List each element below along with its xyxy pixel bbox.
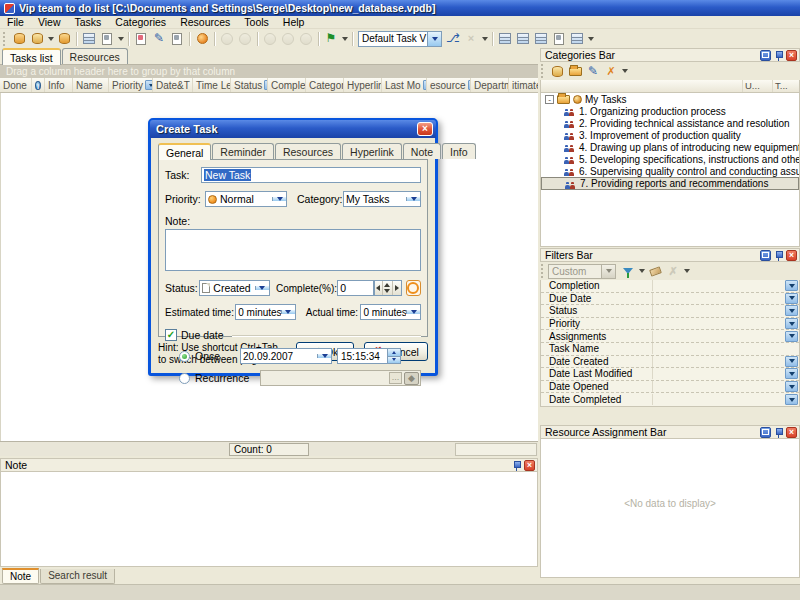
column-date[interactable]: Date&T bbox=[153, 78, 193, 92]
column-t[interactable]: T... bbox=[773, 80, 799, 92]
menu-help[interactable]: Help bbox=[276, 16, 312, 29]
filter-row-task-name[interactable]: Task Name bbox=[541, 343, 799, 356]
menu-resources[interactable]: Resources bbox=[173, 16, 237, 29]
pin-icon[interactable] bbox=[773, 250, 784, 261]
menu-tasks[interactable]: Tasks bbox=[68, 16, 109, 29]
chevron-down-icon[interactable] bbox=[785, 368, 798, 379]
menu-categories[interactable]: Categories bbox=[108, 16, 173, 29]
combo-dropdown-button[interactable] bbox=[272, 197, 286, 201]
print-dropdown[interactable] bbox=[116, 30, 125, 47]
pin-icon[interactable] bbox=[773, 50, 784, 61]
tab-resources[interactable]: Resources bbox=[62, 48, 128, 64]
menu-tools[interactable]: Tools bbox=[237, 16, 276, 29]
view-task-button[interactable] bbox=[193, 30, 211, 47]
tab-reminder[interactable]: Reminder bbox=[212, 143, 274, 159]
combo-dropdown-button[interactable] bbox=[281, 310, 295, 314]
time-spin-buttons[interactable] bbox=[387, 349, 400, 363]
once-radio[interactable] bbox=[179, 351, 190, 362]
tab-info[interactable]: Info bbox=[442, 143, 476, 159]
categories-more-dropdown[interactable] bbox=[620, 63, 629, 80]
close-icon[interactable]: × bbox=[786, 427, 797, 438]
apply-view-button[interactable]: ⎇ bbox=[444, 30, 462, 47]
close-icon[interactable]: × bbox=[524, 460, 535, 471]
category-item-5[interactable]: 5. Developing specifications, instructio… bbox=[541, 153, 799, 165]
show-note-bar-button[interactable] bbox=[550, 30, 568, 47]
minimize-icon[interactable] bbox=[760, 427, 771, 438]
filters-more-dropdown[interactable] bbox=[682, 263, 691, 280]
chevron-down-icon[interactable] bbox=[785, 394, 798, 405]
edit-category-button[interactable]: ✎ bbox=[584, 63, 602, 80]
tab-resources[interactable]: Resources bbox=[275, 143, 341, 159]
column-complete[interactable]: Complete bbox=[268, 78, 306, 92]
filter-dropdown-icon[interactable] bbox=[145, 80, 153, 90]
chevron-down-icon[interactable] bbox=[785, 305, 798, 316]
combo-dropdown-button[interactable] bbox=[406, 197, 420, 201]
category-item-4[interactable]: 4. Drawing up plans of introducing new e… bbox=[541, 141, 799, 153]
new-database-button[interactable] bbox=[28, 30, 46, 47]
due-date-combo[interactable]: 20.09.2007 bbox=[240, 348, 332, 364]
add-category-button[interactable] bbox=[548, 63, 566, 80]
complete-input[interactable]: 0 bbox=[337, 280, 374, 296]
combo-dropdown-button[interactable] bbox=[317, 354, 331, 358]
chevron-down-icon[interactable] bbox=[785, 318, 798, 329]
chevron-down-icon[interactable] bbox=[785, 331, 798, 342]
duplicate-task-button[interactable] bbox=[168, 30, 186, 47]
estimated-time-combo[interactable]: 0 minutes bbox=[235, 304, 296, 320]
column-department[interactable]: Department bbox=[471, 78, 509, 92]
filter-row-status[interactable]: Status bbox=[541, 305, 799, 318]
due-time-spinner[interactable]: 15:15:34 bbox=[337, 348, 401, 364]
actual-time-combo[interactable]: 0 minutes bbox=[360, 304, 421, 320]
new-task-button[interactable] bbox=[132, 30, 150, 47]
tab-note[interactable]: Note bbox=[403, 143, 441, 159]
column-category[interactable]: Category bbox=[306, 78, 344, 92]
task-view-combo[interactable]: Default Task V bbox=[358, 31, 442, 47]
tree-root-my-tasks[interactable]: - My Tasks bbox=[541, 93, 799, 105]
open-database-button[interactable] bbox=[10, 30, 28, 47]
apply-filter-button[interactable] bbox=[619, 263, 637, 280]
outdent-button[interactable] bbox=[279, 30, 297, 47]
chevron-down-icon[interactable] bbox=[785, 293, 798, 304]
tab-hyperlink[interactable]: Hyperlink bbox=[342, 143, 402, 159]
filter-row-date-completed[interactable]: Date Completed bbox=[541, 393, 799, 406]
column-estimated-time[interactable]: itimated Tim bbox=[509, 78, 538, 92]
clear-filter-button[interactable] bbox=[646, 263, 664, 280]
chevron-down-icon[interactable] bbox=[785, 381, 798, 392]
move-down-button[interactable] bbox=[218, 30, 236, 47]
tab-general[interactable]: General bbox=[158, 143, 211, 160]
bars-more-dropdown[interactable] bbox=[586, 30, 595, 47]
recurrence-radio[interactable] bbox=[179, 373, 190, 384]
menu-view[interactable]: View bbox=[31, 16, 68, 29]
task-view-button[interactable]: ⚑ bbox=[322, 30, 340, 47]
column-info[interactable]: Info bbox=[45, 78, 73, 92]
spin-updown[interactable] bbox=[383, 281, 393, 295]
show-resources-bar-button[interactable] bbox=[532, 30, 550, 47]
status-combo[interactable]: Created bbox=[199, 280, 270, 296]
category-item-1[interactable]: 1. Organizing production process bbox=[541, 105, 799, 117]
minimize-icon[interactable] bbox=[760, 50, 771, 61]
close-icon[interactable]: × bbox=[417, 122, 433, 136]
note-textarea[interactable] bbox=[165, 229, 421, 271]
category-item-3[interactable]: 3. Improvement of production quality bbox=[541, 129, 799, 141]
pin-icon[interactable] bbox=[511, 460, 522, 471]
combo-dropdown-button[interactable] bbox=[255, 286, 269, 290]
complete-progress-button[interactable] bbox=[406, 280, 421, 296]
add-subcategory-button[interactable] bbox=[566, 63, 584, 80]
custom-filter-combo[interactable]: Custom bbox=[548, 264, 616, 279]
save-database-button[interactable] bbox=[55, 30, 73, 47]
column-done[interactable]: Done bbox=[0, 78, 32, 92]
print-button[interactable] bbox=[80, 30, 98, 47]
view-more-dropdown[interactable] bbox=[480, 30, 489, 47]
recurrence-diamond-button[interactable]: ◆ bbox=[404, 372, 419, 385]
tab-note[interactable]: Note bbox=[2, 568, 39, 584]
column-hyperlink[interactable]: Hyperlink bbox=[344, 78, 382, 92]
column-name[interactable]: Name bbox=[73, 78, 109, 92]
tab-search-result[interactable]: Search result bbox=[40, 569, 115, 584]
filter-row-due-date[interactable]: Due Date bbox=[541, 293, 799, 306]
priority-combo[interactable]: Normal bbox=[205, 191, 287, 207]
clear-view-button[interactable]: × bbox=[462, 30, 480, 47]
filter-row-date-created[interactable]: Date Created bbox=[541, 356, 799, 369]
column-u[interactable]: U... bbox=[743, 80, 773, 92]
move-up-button[interactable] bbox=[236, 30, 254, 47]
group-by-bar[interactable]: Drag a column header here to group by th… bbox=[0, 64, 538, 78]
task-view-dropdown[interactable] bbox=[340, 30, 349, 47]
